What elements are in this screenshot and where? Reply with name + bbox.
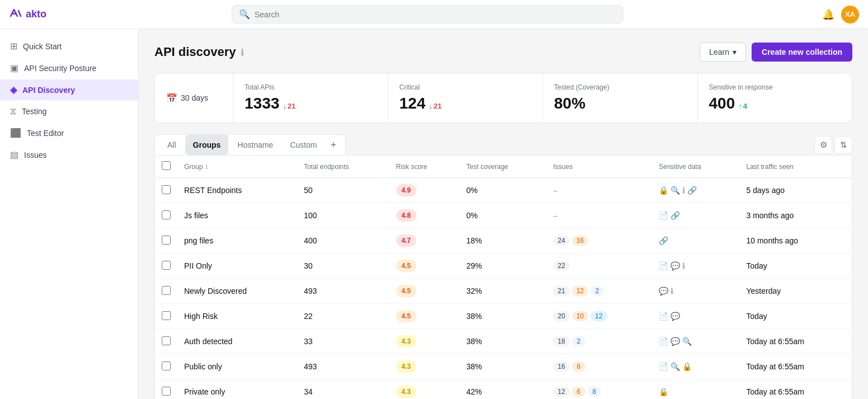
sidebar-item-issues[interactable]: ▤ Issues <box>0 144 138 165</box>
issues-cell: 22 <box>553 261 645 271</box>
sidebar: ⊞ Quick Start ▣ API Security Posture ◈ A… <box>0 29 139 399</box>
sensitive-data-icons: 🔗 <box>659 236 733 245</box>
sidebar-item-quick-start[interactable]: ⊞ Quick Start <box>0 36 138 57</box>
row-endpoints: 22 <box>297 304 390 329</box>
topbar-right: 🔔 XA <box>822 6 859 24</box>
row-name: High Risk <box>177 304 297 329</box>
table-row[interactable]: High Risk224.538%201012📄💬Today <box>155 304 852 329</box>
table-row[interactable]: Newly Discovered4934.532%21122💬ℹYesterda… <box>155 279 852 304</box>
create-collection-button[interactable]: Create new collection <box>752 43 852 62</box>
row-checkbox[interactable] <box>162 185 171 194</box>
table-row[interactable]: PII Only304.529%22📄💬ℹToday <box>155 254 852 279</box>
row-checkbox[interactable] <box>162 210 171 219</box>
learn-button[interactable]: Learn ▾ <box>700 43 746 62</box>
tabs-left: All Groups Hostname Custom + <box>154 134 346 155</box>
issue-badge: 18 <box>553 336 569 346</box>
search-input[interactable] <box>255 10 616 19</box>
row-name: Js files <box>177 203 297 228</box>
select-all-checkbox[interactable] <box>162 161 171 170</box>
row-name: Auth detected <box>177 329 297 354</box>
logo-icon <box>9 6 22 23</box>
logo: akto <box>9 6 132 23</box>
avatar[interactable]: XA <box>841 6 859 24</box>
sidebar-item-label: Testing <box>22 107 46 116</box>
tab-groups[interactable]: Groups <box>185 135 229 155</box>
row-checkbox[interactable] <box>162 236 171 245</box>
row-last-seen: 5 days ago <box>740 178 852 203</box>
sensitive-icon: 📄 <box>659 211 668 220</box>
tab-custom[interactable]: Custom <box>282 135 325 155</box>
calendar-icon: 📅 <box>166 93 177 104</box>
sensitive-icon: 🔒 <box>659 387 668 396</box>
learn-button-label: Learn <box>709 48 729 57</box>
row-name: REST Endpoints <box>177 178 297 203</box>
col-issues: Issues <box>546 156 652 178</box>
layout: ⊞ Quick Start ▣ API Security Posture ◈ A… <box>0 29 868 399</box>
issues-cell: – <box>553 211 645 220</box>
total-apis-value: 1333 ↓ 21 <box>245 95 377 112</box>
sensitive-icon: 🔒 <box>682 362 692 371</box>
sort-button[interactable]: ⇅ <box>834 136 852 154</box>
testing-icon: ⧖ <box>10 106 16 116</box>
issues-cell: 2416 <box>553 236 645 246</box>
sidebar-item-testing[interactable]: ⧖ Testing <box>0 101 138 121</box>
table-row[interactable]: Public only4934.338%168📄🔍🔒Today at 6:55a… <box>155 354 852 379</box>
sensitive-icon: ℹ <box>670 287 673 295</box>
sidebar-item-api-discovery[interactable]: ◈ API Discovery <box>0 79 138 100</box>
issues-cell: 21122 <box>553 286 645 296</box>
row-checkbox[interactable] <box>162 286 171 295</box>
info-icon[interactable]: ℹ <box>241 47 244 58</box>
row-coverage: 32% <box>459 279 546 304</box>
table-row[interactable]: Private only344.342%1268🔒Today at 6:55am <box>155 379 852 400</box>
tab-all[interactable]: All <box>159 135 184 155</box>
risk-badge: 4.7 <box>396 234 416 247</box>
sensitive-data-icons: 📄💬 <box>659 312 733 321</box>
row-last-seen: Today at 6:55am <box>740 354 852 379</box>
col-last-traffic: Last traffic seen <box>740 156 852 178</box>
search-icon: 🔍 <box>239 9 250 20</box>
issue-badge: 21 <box>553 286 569 296</box>
sensitive-delta: ↑ 4 <box>738 102 747 110</box>
header-actions: Learn ▾ Create new collection <box>700 43 852 62</box>
total-apis-delta: ↓ 21 <box>283 102 295 110</box>
row-checkbox[interactable] <box>162 336 171 345</box>
row-coverage: 18% <box>459 228 546 254</box>
notification-bell-icon[interactable]: 🔔 <box>822 8 834 21</box>
risk-badge: 4.3 <box>396 335 416 348</box>
table-row[interactable]: Js files1004.80%–📄🔗3 months ago <box>155 203 852 228</box>
page-title-row: API discovery ℹ <box>154 45 244 59</box>
tab-hostname[interactable]: Hostname <box>229 135 281 155</box>
add-tab-icon[interactable]: + <box>326 137 341 153</box>
row-endpoints: 493 <box>297 279 390 304</box>
risk-badge: 4.5 <box>396 285 416 297</box>
table-row[interactable]: REST Endpoints504.90%–🔒🔍ℹ🔗5 days ago <box>155 178 852 203</box>
row-checkbox[interactable] <box>162 362 171 370</box>
sidebar-item-api-security-posture[interactable]: ▣ API Security Posture <box>0 58 138 78</box>
row-coverage: 38% <box>459 329 546 354</box>
api-discovery-icon: ◈ <box>10 85 17 95</box>
row-checkbox[interactable] <box>162 387 171 396</box>
search-bar[interactable]: 🔍 <box>232 5 623 24</box>
row-last-seen: Today <box>740 304 852 329</box>
tabs-container: All Groups Hostname Custom + ⚙ ⇅ <box>154 134 852 155</box>
sensitive-icon: ℹ <box>682 261 685 270</box>
period-badge: 📅 30 days <box>166 93 208 104</box>
sensitive-icon: 💬 <box>670 337 680 346</box>
table-row[interactable]: png files4004.718%2416🔗10 months ago <box>155 228 852 254</box>
row-coverage: 38% <box>459 354 546 379</box>
sidebar-item-test-editor[interactable]: ⬛ Test Editor <box>0 123 138 143</box>
stat-total-apis: Total APIs 1333 ↓ 21 <box>233 73 388 123</box>
stat-sensitive: Sensitive in response 400 ↑ 4 <box>698 73 852 123</box>
search-filter-button[interactable]: ⚙ <box>814 136 832 154</box>
issue-badge: 12 <box>553 387 569 397</box>
row-checkbox[interactable] <box>162 261 171 270</box>
issue-badge: 24 <box>553 236 569 246</box>
row-last-seen: 3 months ago <box>740 203 852 228</box>
table-header: Group ↕ Total endpoints Risk score Test … <box>155 156 852 178</box>
row-checkbox[interactable] <box>162 311 171 320</box>
stat-period[interactable]: 📅 30 days <box>155 73 233 123</box>
sensitive-icon: 💬 <box>670 261 680 270</box>
table-row[interactable]: Auth detected334.338%182📄💬🔍Today at 6:55… <box>155 329 852 354</box>
issues-icon: ▤ <box>10 149 18 160</box>
issues-cell: 1268 <box>553 387 645 397</box>
